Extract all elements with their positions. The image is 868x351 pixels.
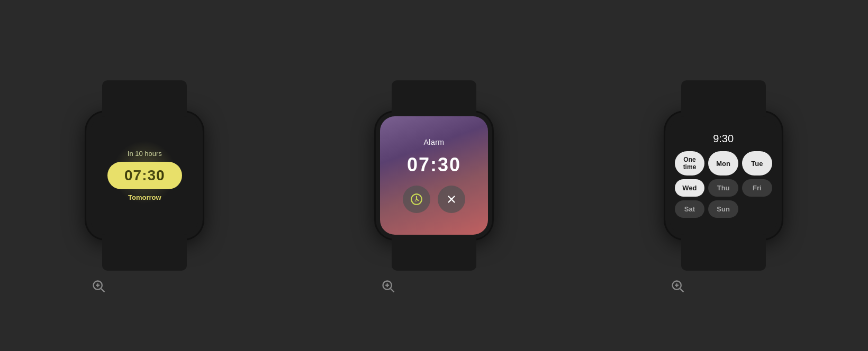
zoom-in-icon-2[interactable] [381,279,396,294]
snooze-button[interactable]: Z [403,186,430,213]
zoom-icon-3-container[interactable] [671,279,685,296]
day-buttons-grid: One time Mon Tue Wed Thu Fri Sat Sun [675,151,772,218]
day-btn-fri[interactable]: Fri [742,179,772,197]
zoom-icon-1-container[interactable] [92,279,106,296]
day-btn-thu[interactable]: Thu [708,179,738,197]
zoom-in-icon-1[interactable] [92,279,106,294]
dismiss-icon [446,193,457,205]
watch-1-screen: In 10 hours 07:30 Tomorrow [91,116,198,235]
svg-line-1 [101,289,104,292]
day-btn-sat[interactable]: Sat [675,200,705,218]
alarm-action-buttons: Z [403,186,465,213]
alarm-ring-time: 07:30 [407,154,461,176]
watch-2: Alarm 07:30 Z [376,112,492,239]
snooze-icon: Z [410,192,423,206]
day-btn-sun[interactable]: Sun [708,200,738,218]
day-select-time: 9:30 [713,133,734,145]
svg-line-9 [391,289,394,292]
alarm-ring-label: Alarm [423,138,444,146]
day-btn-tue[interactable]: Tue [742,151,772,176]
svg-line-13 [680,289,683,292]
watch-2-screen: Alarm 07:30 Z [380,116,488,235]
day-btn-mon[interactable]: Mon [708,151,738,176]
day-btn-one-time[interactable]: One time [675,151,705,176]
dismiss-button[interactable] [438,186,465,213]
zoom-icon-2-container[interactable] [381,279,396,296]
watch-3: 9:30 One time Mon Tue Wed Thu Fri Sat Su… [665,112,782,239]
watch-1-body: In 10 hours 07:30 Tomorrow [86,112,203,239]
zoom-in-icon-3[interactable] [671,279,685,294]
alarm-glow [113,141,176,204]
svg-text:Z: Z [414,198,417,202]
watch-3-screen: 9:30 One time Mon Tue Wed Thu Fri Sat Su… [670,116,777,235]
watch-3-body: 9:30 One time Mon Tue Wed Thu Fri Sat Su… [665,112,782,239]
watch-1: In 10 hours 07:30 Tomorrow [86,112,203,239]
day-btn-wed[interactable]: Wed [675,179,705,197]
watch-2-body: Alarm 07:30 Z [376,112,492,239]
